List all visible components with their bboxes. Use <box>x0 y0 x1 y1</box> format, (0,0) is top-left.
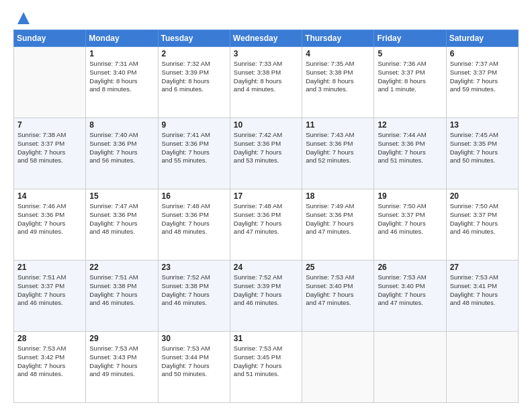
day-info: Sunrise: 7:36 AMSunset: 3:37 PMDaylight:… <box>378 60 442 94</box>
day-info: Sunrise: 7:50 AMSunset: 3:37 PMDaylight:… <box>378 202 442 236</box>
sunset-info: Sunset: 3:44 PM <box>162 353 209 361</box>
daylight-info: and 3 minutes. <box>306 85 347 93</box>
day-info: Sunrise: 7:46 AMSunset: 3:36 PMDaylight:… <box>17 202 82 236</box>
sunset-info: Sunset: 3:36 PM <box>17 211 64 218</box>
sunrise-info: Sunrise: 7:48 AM <box>162 202 210 210</box>
day-number: 9 <box>162 120 226 130</box>
sunset-info: Sunset: 3:36 PM <box>162 211 209 218</box>
calendar-cell: 29Sunrise: 7:53 AMSunset: 3:43 PMDayligh… <box>86 332 158 403</box>
sunrise-info: Sunrise: 7:50 AM <box>378 202 426 210</box>
daylight-info: and 48 minutes. <box>450 299 496 306</box>
day-number: 8 <box>89 120 154 130</box>
sunrise-info: Sunrise: 7:38 AM <box>17 131 66 138</box>
daylight-info: Daylight: 8 hours <box>378 77 425 85</box>
day-number: 26 <box>378 263 442 272</box>
sunset-info: Sunset: 3:37 PM <box>450 211 497 218</box>
daylight-info: and 6 minutes. <box>162 85 204 93</box>
day-info: Sunrise: 7:33 AMSunset: 3:38 PMDaylight:… <box>234 60 298 94</box>
calendar-cell: 13Sunrise: 7:45 AMSunset: 3:35 PMDayligh… <box>446 118 518 189</box>
daylight-info: and 53 minutes. <box>234 156 279 164</box>
calendar-cell: 27Sunrise: 7:53 AMSunset: 3:41 PMDayligh… <box>446 261 518 332</box>
calendar-cell: 7Sunrise: 7:38 AMSunset: 3:37 PMDaylight… <box>14 118 86 189</box>
daylight-info: Daylight: 7 hours <box>450 77 498 85</box>
day-info: Sunrise: 7:38 AMSunset: 3:37 PMDaylight:… <box>17 131 82 165</box>
day-info: Sunrise: 7:53 AMSunset: 3:44 PMDaylight:… <box>162 345 226 379</box>
calendar-cell: 30Sunrise: 7:53 AMSunset: 3:44 PMDayligh… <box>158 332 230 403</box>
sunset-info: Sunset: 3:37 PM <box>378 68 425 76</box>
day-info: Sunrise: 7:53 AMSunset: 3:43 PMDaylight:… <box>89 345 154 379</box>
col-header-friday: Friday <box>374 30 446 47</box>
day-number: 21 <box>17 263 82 272</box>
sunrise-info: Sunrise: 7:42 AM <box>234 131 282 138</box>
daylight-info: and 48 minutes. <box>162 228 208 235</box>
sunset-info: Sunset: 3:40 PM <box>306 282 353 289</box>
daylight-info: and 46 minutes. <box>162 299 208 306</box>
calendar-cell <box>14 47 86 118</box>
daylight-info: Daylight: 7 hours <box>89 220 137 227</box>
day-info: Sunrise: 7:53 AMSunset: 3:42 PMDaylight:… <box>17 345 82 379</box>
day-info: Sunrise: 7:31 AMSunset: 3:40 PMDaylight:… <box>89 60 154 94</box>
day-info: Sunrise: 7:44 AMSunset: 3:36 PMDaylight:… <box>378 131 442 165</box>
calendar-cell: 14Sunrise: 7:46 AMSunset: 3:36 PMDayligh… <box>14 189 86 261</box>
daylight-info: Daylight: 7 hours <box>89 148 137 156</box>
daylight-info: and 46 minutes. <box>89 299 135 306</box>
sunset-info: Sunset: 3:36 PM <box>306 211 353 218</box>
sunset-info: Sunset: 3:38 PM <box>306 68 353 76</box>
day-info: Sunrise: 7:48 AMSunset: 3:36 PMDaylight:… <box>162 202 226 236</box>
daylight-info: Daylight: 7 hours <box>450 220 498 227</box>
day-number: 28 <box>17 334 82 343</box>
day-number: 31 <box>234 334 298 343</box>
calendar-week-row: 7Sunrise: 7:38 AMSunset: 3:37 PMDaylight… <box>14 118 519 189</box>
daylight-info: Daylight: 8 hours <box>306 77 353 85</box>
calendar-cell: 22Sunrise: 7:51 AMSunset: 3:38 PMDayligh… <box>86 261 158 332</box>
daylight-info: and 59 minutes. <box>450 85 496 93</box>
sunset-info: Sunset: 3:36 PM <box>306 140 353 147</box>
day-number: 3 <box>234 49 298 58</box>
daylight-info: Daylight: 7 hours <box>378 220 425 227</box>
sunset-info: Sunset: 3:43 PM <box>89 353 136 361</box>
daylight-info: and 55 minutes. <box>162 156 208 164</box>
day-number: 11 <box>306 120 370 130</box>
calendar-table: SundayMondayTuesdayWednesdayThursdayFrid… <box>13 30 519 403</box>
day-info: Sunrise: 7:37 AMSunset: 3:37 PMDaylight:… <box>450 60 515 94</box>
day-number: 4 <box>306 49 370 58</box>
calendar-cell: 31Sunrise: 7:53 AMSunset: 3:45 PMDayligh… <box>230 332 302 403</box>
sunset-info: Sunset: 3:36 PM <box>234 140 281 147</box>
day-info: Sunrise: 7:41 AMSunset: 3:36 PMDaylight:… <box>162 131 226 165</box>
col-header-tuesday: Tuesday <box>158 30 230 47</box>
daylight-info: and 56 minutes. <box>89 156 135 164</box>
day-info: Sunrise: 7:52 AMSunset: 3:38 PMDaylight:… <box>162 273 226 308</box>
sunset-info: Sunset: 3:39 PM <box>162 68 209 76</box>
sunrise-info: Sunrise: 7:46 AM <box>17 202 66 210</box>
day-info: Sunrise: 7:52 AMSunset: 3:39 PMDaylight:… <box>234 273 298 308</box>
col-header-saturday: Saturday <box>446 30 518 47</box>
calendar-cell: 25Sunrise: 7:53 AMSunset: 3:40 PMDayligh… <box>302 261 374 332</box>
calendar-cell: 10Sunrise: 7:42 AMSunset: 3:36 PMDayligh… <box>230 118 302 189</box>
sunset-info: Sunset: 3:37 PM <box>378 211 425 218</box>
daylight-info: and 4 minutes. <box>234 85 275 93</box>
calendar-cell: 11Sunrise: 7:43 AMSunset: 3:36 PMDayligh… <box>302 118 374 189</box>
sunrise-info: Sunrise: 7:43 AM <box>306 131 354 138</box>
day-number: 12 <box>378 120 442 130</box>
calendar-cell: 17Sunrise: 7:48 AMSunset: 3:36 PMDayligh… <box>230 189 302 261</box>
sunset-info: Sunset: 3:36 PM <box>378 140 425 147</box>
day-info: Sunrise: 7:43 AMSunset: 3:36 PMDaylight:… <box>306 131 370 165</box>
calendar-week-row: 1Sunrise: 7:31 AMSunset: 3:40 PMDaylight… <box>14 47 519 118</box>
sunset-info: Sunset: 3:40 PM <box>378 282 425 289</box>
calendar-cell: 16Sunrise: 7:48 AMSunset: 3:36 PMDayligh… <box>158 189 230 261</box>
calendar-cell: 21Sunrise: 7:51 AMSunset: 3:37 PMDayligh… <box>14 261 86 332</box>
daylight-info: Daylight: 7 hours <box>234 362 281 369</box>
calendar-cell: 9Sunrise: 7:41 AMSunset: 3:36 PMDaylight… <box>158 118 230 189</box>
day-number: 15 <box>89 191 154 201</box>
sunrise-info: Sunrise: 7:53 AM <box>89 345 138 352</box>
day-info: Sunrise: 7:40 AMSunset: 3:36 PMDaylight:… <box>89 131 154 165</box>
day-info: Sunrise: 7:42 AMSunset: 3:36 PMDaylight:… <box>234 131 298 165</box>
calendar-cell: 1Sunrise: 7:31 AMSunset: 3:40 PMDaylight… <box>86 47 158 118</box>
daylight-info: Daylight: 7 hours <box>89 362 137 369</box>
sunrise-info: Sunrise: 7:36 AM <box>378 60 426 67</box>
svg-marker-0 <box>17 12 30 24</box>
sunset-info: Sunset: 3:42 PM <box>17 353 64 361</box>
day-info: Sunrise: 7:51 AMSunset: 3:37 PMDaylight:… <box>17 273 82 308</box>
daylight-info: and 50 minutes. <box>162 370 208 377</box>
sunset-info: Sunset: 3:37 PM <box>450 68 497 76</box>
